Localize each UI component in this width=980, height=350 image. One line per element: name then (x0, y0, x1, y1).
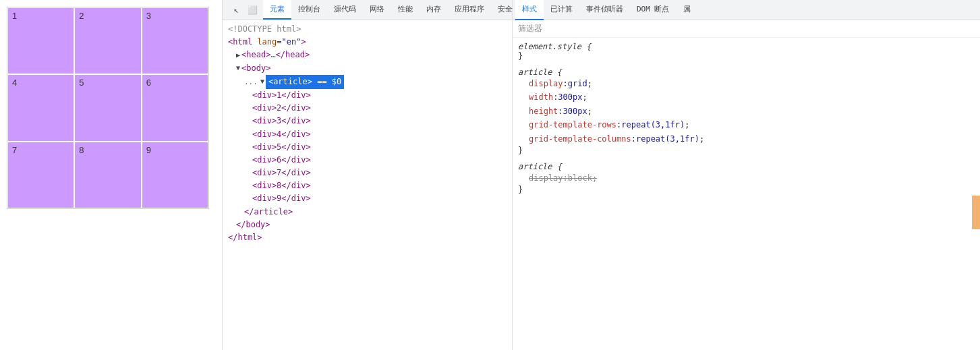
element-line[interactable]: <div>6</div> (223, 154, 512, 167)
grid-cell: 9 (142, 142, 208, 208)
html-close-tag: </html> (228, 231, 262, 244)
styles-tab-属[interactable]: 属 (676, 0, 697, 20)
devtools-tab-bar: ↖ ⬜ 元素控制台源代码网络性能内存应用程序安全性能评测 (223, 0, 512, 20)
devtools-tab-性能[interactable]: 性能 (391, 0, 420, 20)
article-close-tag: </article> (244, 206, 293, 218)
css-close-brace: } (518, 146, 975, 155)
element-line[interactable]: <div>5</div> (223, 141, 512, 154)
css-property-line: grid-template-columns: repeat(3,1fr); (518, 132, 975, 146)
css-close-brace: } (518, 51, 975, 61)
devtools-tab-控制台[interactable]: 控制台 (291, 0, 327, 20)
cursor-icon[interactable]: ↖ (229, 3, 243, 17)
css-property-line: display: block; (518, 171, 975, 185)
devtools-icon-group: ↖ ⬜ (225, 3, 263, 17)
element-line[interactable]: </html> (223, 231, 512, 244)
element-line[interactable]: <div>9</div> (223, 192, 512, 205)
div6-tag: <div>6</div> (252, 154, 311, 167)
styles-tab-DOM 断点[interactable]: DOM 断点 (630, 0, 676, 20)
element-line[interactable]: ▼<body> (223, 62, 512, 75)
div8-tag: <div>8</div> (252, 179, 311, 192)
devtools-tab-源代码[interactable]: 源代码 (327, 0, 363, 20)
css-selector: article { (518, 162, 975, 171)
element-line[interactable]: ...▼<article> == $0 (223, 75, 512, 89)
element-line[interactable]: <div>3</div> (223, 115, 512, 127)
element-line[interactable]: <div>4</div> (223, 128, 512, 141)
div3-tag: <div>3</div> (252, 115, 311, 127)
grid-cell: 4 (7, 74, 74, 141)
grid-cell: 3 (142, 7, 208, 74)
devtools-tab-应用程序[interactable]: 应用程序 (448, 0, 491, 20)
doctype-line: <!DOCTYPE html> (228, 23, 301, 36)
article-tag: <article> == $0 (266, 75, 344, 89)
element-line[interactable]: <!DOCTYPE html> (223, 23, 512, 36)
element-line[interactable]: </body> (223, 218, 512, 231)
grid-cell: 1 (7, 7, 74, 74)
element-line[interactable]: <div>2</div> (223, 102, 512, 115)
elements-tree: <!DOCTYPE html><html lang="en">▶<head>…<… (223, 20, 512, 350)
devtools-tab-网络[interactable]: 网络 (363, 0, 391, 20)
styles-tab-bar: 样式已计算事件侦听器DOM 断点属 (513, 0, 980, 20)
div7-tag: <div>7</div> (252, 167, 311, 179)
css-block-2: article {display: block;} (518, 162, 975, 194)
grid-cell: 5 (74, 74, 141, 141)
element-line[interactable]: ▶<head>…</head> (223, 49, 512, 61)
css-selector: article { (518, 67, 975, 77)
css-grid-demo: 123456789 (7, 7, 209, 209)
element-line[interactable]: </article> (223, 206, 512, 218)
body-close-tag: </body> (236, 218, 270, 231)
css-close-brace: } (518, 185, 975, 194)
scroll-indicator (972, 196, 980, 229)
element-line[interactable]: <html lang="en"> (223, 36, 512, 49)
css-styles-content: element.style {}article {display: grid;w… (513, 38, 980, 350)
filter-bar[interactable]: 筛选器 (513, 20, 980, 38)
grid-cell: 7 (7, 142, 74, 208)
css-block-1: article {display: grid;width: 300px;heig… (518, 67, 975, 155)
styles-panel: 样式已计算事件侦听器DOM 断点属 筛选器 element.style {}ar… (513, 0, 980, 350)
div2-tag: <div>2</div> (252, 102, 311, 115)
element-line[interactable]: <div>8</div> (223, 179, 512, 192)
body-tag: <body> (241, 62, 270, 75)
div9-tag: <div>9</div> (252, 192, 311, 205)
element-line[interactable]: <div>1</div> (223, 89, 512, 102)
css-property-line: width: 300px; (518, 90, 975, 104)
grid-cell: 8 (74, 142, 141, 208)
styles-tab-样式[interactable]: 样式 (515, 0, 544, 20)
filter-placeholder: 筛选器 (518, 23, 542, 34)
devtools-elements-panel: ↖ ⬜ 元素控制台源代码网络性能内存应用程序安全性能评测 <!DOCTYPE h… (223, 0, 513, 350)
styles-tab-事件侦听器[interactable]: 事件侦听器 (579, 0, 630, 20)
styles-tab-已计算[interactable]: 已计算 (544, 0, 579, 20)
div1-tag: <div>1</div> (252, 89, 311, 102)
div4-tag: <div>4</div> (252, 128, 311, 141)
devtools-tab-内存[interactable]: 内存 (420, 0, 448, 20)
grid-cell: 2 (74, 7, 141, 74)
grid-cell: 6 (142, 74, 208, 141)
head-tag: <head>…</head> (241, 49, 310, 61)
css-property-line: height: 300px; (518, 105, 975, 118)
css-property-line: display: grid; (518, 77, 975, 90)
css-block-0: element.style {} (518, 42, 975, 61)
devtools-tab-元素[interactable]: 元素 (263, 0, 291, 20)
html-tag: <html lang="en"> (228, 36, 306, 49)
div5-tag: <div>5</div> (252, 141, 311, 154)
css-selector: element.style { (518, 42, 975, 51)
rendered-output-panel: 123456789 (0, 0, 223, 350)
element-line[interactable]: <div>7</div> (223, 167, 512, 179)
device-icon[interactable]: ⬜ (246, 3, 259, 17)
css-property-line: grid-template-rows: repeat(3,1fr); (518, 118, 975, 132)
